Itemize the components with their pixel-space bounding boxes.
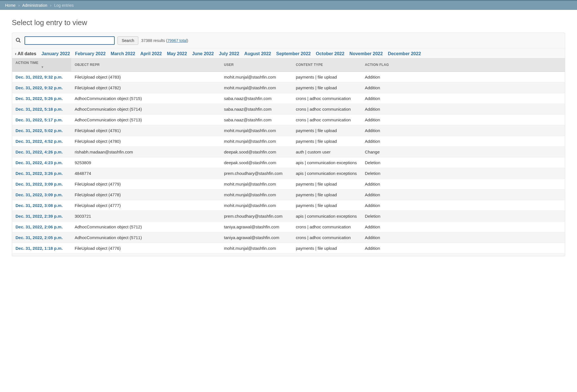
col-header-content-type[interactable]: CONTENT TYPE (292, 58, 361, 72)
cell-object-repr: 9253809 (71, 157, 221, 168)
date-filter-all[interactable]: ‹ All dates (15, 51, 36, 56)
cell-object-repr: FileUpload object (4777) (71, 200, 221, 211)
log-entry-link[interactable]: Dec. 31, 2022, 4:23 p.m. (15, 160, 63, 165)
cell-user: saba.naaz@stashfin.com (221, 104, 292, 115)
cell-content-type: crons | adhoc communication (292, 232, 361, 243)
cell-action-time: Dec. 31, 2022, 5:18 p.m. (12, 104, 71, 115)
cell-action-time: Dec. 31, 2022, 5:02 p.m. (12, 125, 71, 136)
date-filter-month[interactable]: January 2022 (41, 51, 70, 56)
col-header-action-time[interactable]: ACTION TIME ▼ (12, 58, 71, 72)
log-entry-link[interactable]: Dec. 31, 2022, 9:32 p.m. (15, 85, 63, 90)
cell-action-time: Dec. 31, 2022, 2:06 p.m. (12, 222, 71, 232)
breadcrumb-sep: › (50, 3, 52, 8)
results-suffix: ) (187, 38, 188, 43)
search-button[interactable]: Search (117, 36, 138, 45)
cell-user: mohit.munjal@stashfin.com (221, 136, 292, 147)
svg-line-1 (19, 41, 21, 43)
cell-object-repr: rishabh.madaan@stashfin.com (71, 147, 221, 157)
table-row: Dec. 31, 2022, 3:26 p.m.4848774prem.chou… (12, 168, 565, 179)
cell-user: mohit.munjal@stashfin.com (221, 83, 292, 93)
cell-content-type: payments | file upload (292, 179, 361, 190)
date-filter-month[interactable]: October 2022 (316, 51, 344, 56)
table-row: Dec. 31, 2022, 3:08 p.m.FileUpload objec… (12, 200, 565, 211)
cell-object-repr: AdhocCommunication object (5714) (71, 104, 221, 115)
date-filter-month[interactable]: July 2022 (219, 51, 239, 56)
cell-action-time: Dec. 31, 2022, 5:17 p.m. (12, 115, 71, 125)
cell-content-type: payments | file upload (292, 83, 361, 93)
date-filter-month[interactable]: August 2022 (244, 51, 271, 56)
log-entry-link[interactable]: Dec. 31, 2022, 3:09 p.m. (15, 182, 63, 186)
col-header-action-flag[interactable]: ACTION FLAG (361, 58, 565, 72)
log-entry-link[interactable]: Dec. 31, 2022, 5:26 p.m. (15, 96, 63, 101)
date-filter-month[interactable]: May 2022 (167, 51, 187, 56)
cell-action-time: Dec. 31, 2022, 2:05 p.m. (12, 232, 71, 243)
log-entry-link[interactable]: Dec. 31, 2022, 2:05 p.m. (15, 235, 63, 240)
col-header-object-repr[interactable]: OBJECT REPR (71, 58, 221, 72)
cell-action-flag: Addition (361, 125, 565, 136)
date-filter-month[interactable]: September 2022 (276, 51, 311, 56)
cell-object-repr: 3003721 (71, 211, 221, 222)
cell-action-flag: Deletion (361, 168, 565, 179)
cell-action-time: Dec. 31, 2022, 3:08 p.m. (12, 200, 71, 211)
cell-action-flag: Addition (361, 104, 565, 115)
log-entry-link[interactable]: Dec. 31, 2022, 4:52 p.m. (15, 139, 63, 144)
cell-user: mohit.munjal@stashfin.com (221, 200, 292, 211)
col-header-user[interactable]: USER (221, 58, 292, 72)
results-count: 37388 results (79967 total) (141, 38, 188, 43)
log-entry-link[interactable]: Dec. 31, 2022, 5:17 p.m. (15, 117, 63, 122)
cell-action-flag: Addition (361, 243, 565, 254)
cell-action-flag: Addition (361, 200, 565, 211)
search-input[interactable] (25, 36, 115, 45)
cell-user: deepak.sood@stashfin.com (221, 157, 292, 168)
cell-content-type: crons | adhoc communication (292, 115, 361, 125)
cell-user: deepak.sood@stashfin.com (221, 147, 292, 157)
breadcrumb-admin[interactable]: Administration (22, 3, 47, 8)
breadcrumb-home[interactable]: Home (5, 3, 15, 8)
log-entry-link[interactable]: Dec. 31, 2022, 2:06 p.m. (15, 224, 63, 229)
date-filter-month[interactable]: June 2022 (192, 51, 214, 56)
cell-user: prem.choudhary@stashfin.com (221, 168, 292, 179)
table-row: Dec. 31, 2022, 5:18 p.m.AdhocCommunicati… (12, 104, 565, 115)
log-entry-link[interactable]: Dec. 31, 2022, 5:18 p.m. (15, 107, 63, 112)
cell-object-repr: 4848774 (71, 168, 221, 179)
results-table: ACTION TIME ▼ OBJECT REPR USER CONTENT T… (12, 58, 565, 254)
date-filter-month[interactable]: February 2022 (75, 51, 106, 56)
results-tbody: Dec. 31, 2022, 9:32 p.m.FileUpload objec… (12, 72, 565, 254)
date-filter-month[interactable]: March 2022 (111, 51, 135, 56)
cell-action-flag: Addition (361, 83, 565, 93)
cell-content-type: payments | file upload (292, 200, 361, 211)
cell-object-repr: FileUpload object (4782) (71, 83, 221, 93)
cell-object-repr: FileUpload object (4781) (71, 125, 221, 136)
table-row: Dec. 31, 2022, 9:32 p.m.FileUpload objec… (12, 83, 565, 93)
table-row: Dec. 31, 2022, 5:02 p.m.FileUpload objec… (12, 125, 565, 136)
cell-object-repr: FileUpload object (4779) (71, 179, 221, 190)
log-entry-link[interactable]: Dec. 31, 2022, 3:26 p.m. (15, 171, 63, 176)
table-row: Dec. 31, 2022, 4:23 p.m.9253809deepak.so… (12, 157, 565, 168)
date-filter-month[interactable]: December 2022 (388, 51, 421, 56)
cell-action-flag: Addition (361, 222, 565, 232)
log-entry-link[interactable]: Dec. 31, 2022, 2:39 p.m. (15, 214, 63, 219)
cell-action-time: Dec. 31, 2022, 4:23 p.m. (12, 157, 71, 168)
date-filter-month[interactable]: April 2022 (140, 51, 162, 56)
cell-user: mohit.munjal@stashfin.com (221, 72, 292, 83)
breadcrumb: Home › Administration › Log entries (5, 3, 74, 8)
log-entry-link[interactable]: Dec. 31, 2022, 5:02 p.m. (15, 128, 63, 133)
search-row: Search 37388 results (79967 total) (12, 33, 565, 48)
log-entry-link[interactable]: Dec. 31, 2022, 9:32 p.m. (15, 75, 63, 79)
cell-action-time: Dec. 31, 2022, 4:52 p.m. (12, 136, 71, 147)
log-entry-link[interactable]: Dec. 31, 2022, 4:26 p.m. (15, 150, 63, 154)
table-row: Dec. 31, 2022, 3:09 p.m.FileUpload objec… (12, 190, 565, 200)
total-link[interactable]: 79967 total (167, 38, 187, 43)
log-entry-link[interactable]: Dec. 31, 2022, 3:09 p.m. (15, 192, 63, 197)
sort-desc-icon: ▼ (41, 65, 44, 69)
date-filter-month[interactable]: November 2022 (349, 51, 383, 56)
cell-action-flag: Addition (361, 179, 565, 190)
log-entry-link[interactable]: Dec. 31, 2022, 3:08 p.m. (15, 203, 63, 208)
cell-user: saba.naaz@stashfin.com (221, 115, 292, 125)
cell-user: mohit.munjal@stashfin.com (221, 179, 292, 190)
cell-content-type: payments | file upload (292, 136, 361, 147)
log-entry-link[interactable]: Dec. 31, 2022, 1:18 p.m. (15, 246, 63, 251)
cell-action-flag: Change (361, 147, 565, 157)
cell-action-time: Dec. 31, 2022, 9:32 p.m. (12, 83, 71, 93)
cell-action-time: Dec. 31, 2022, 2:39 p.m. (12, 211, 71, 222)
